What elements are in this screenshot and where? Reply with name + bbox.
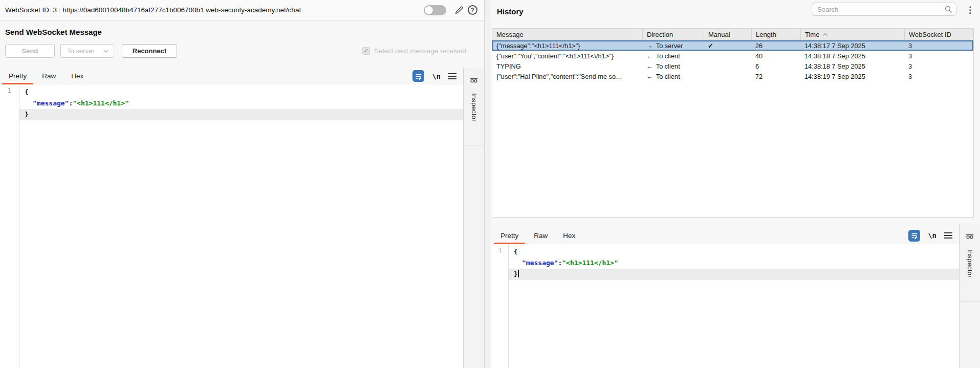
word-wrap-icon[interactable] <box>412 70 424 82</box>
cell-message: {"user":"Hal Pline","content":"Send me s… <box>492 73 642 80</box>
sort-ascending-icon <box>822 33 828 36</box>
direction-select-value: To server <box>67 47 94 55</box>
token-brace: } <box>25 111 29 118</box>
code-line[interactable]: "message":"<h1>111</h1>" <box>19 98 463 109</box>
code-area[interactable]: { "message":"<h1>111</h1>" } <box>19 84 463 368</box>
code-line-active[interactable]: } <box>509 269 959 280</box>
tab-hex[interactable]: Hex <box>555 227 583 244</box>
message-detail-editor: Pretty Raw Hex \n 1 { <box>492 224 959 368</box>
cell-length: 6 <box>751 62 800 70</box>
word-wrap-icon[interactable] <box>908 230 920 242</box>
code-line[interactable]: "message":"<h1>111</h1>" <box>509 257 959 269</box>
column-header-message[interactable]: Message <box>492 29 642 40</box>
cell-time: 14:38:18 7 Sep 2025 <box>800 52 904 60</box>
history-header: History ⋮ <box>490 0 980 23</box>
cell-websocket-id: 3 <box>904 62 973 70</box>
editor-tab-bar: Pretty Raw Hex \n <box>492 224 959 244</box>
token-key: "message" <box>522 259 558 267</box>
websocket-url-label: WebSocket ID: 3 : https://0ad60010048b47… <box>5 6 424 14</box>
code-line-active[interactable]: } <box>19 109 463 120</box>
inspector-tab[interactable]: Inspector <box>960 224 980 301</box>
column-header-manual[interactable]: Manual <box>704 29 751 40</box>
direction-select[interactable]: To server <box>60 44 114 58</box>
column-header-time[interactable]: Time <box>800 29 904 40</box>
select-next-message-label: Select next message received <box>374 47 466 55</box>
inspector-sidebar: Inspector <box>463 68 484 368</box>
tab-hex[interactable]: Hex <box>63 68 91 84</box>
direction-label: To server <box>656 42 683 50</box>
search-input[interactable] <box>812 3 956 16</box>
direction-label: To client <box>656 62 680 70</box>
column-header-websocket-id[interactable]: WebSocket ID <box>904 29 973 40</box>
inspector-label: Inspector <box>966 249 974 278</box>
tab-raw[interactable]: Raw <box>526 227 555 244</box>
checkbox-checked-disabled[interactable]: ✓ <box>362 47 370 55</box>
arrow-left-icon: ← <box>646 62 653 70</box>
arrow-right-icon: → <box>646 42 653 50</box>
message-detail-editor-area: Pretty Raw Hex \n 1 { <box>492 224 980 368</box>
tab-pretty[interactable]: Pretty <box>493 227 526 244</box>
cell-length: 40 <box>751 52 800 60</box>
cell-time: 14:38:19 7 Sep 2025 <box>800 73 904 80</box>
editor-icon-group: \n <box>412 68 463 84</box>
search-box <box>812 3 956 16</box>
send-section: Send WebSocket Message Send To server Re… <box>0 20 484 68</box>
token-key: "message" <box>33 99 69 107</box>
tab-raw[interactable]: Raw <box>34 68 63 84</box>
newline-toggle-icon[interactable]: \n <box>928 231 937 240</box>
tab-pretty[interactable]: Pretty <box>1 68 34 84</box>
chevron-down-icon <box>103 49 109 53</box>
line-number: 1 <box>492 246 508 254</box>
line-number-gutter: 1 <box>492 244 509 368</box>
send-controls-row: Send To server Reconnect ✓ Select next m… <box>5 44 479 58</box>
token-brace: } <box>514 270 518 278</box>
select-next-message-checkbox-group[interactable]: ✓ Select next message received <box>362 47 466 55</box>
table-row[interactable]: TYPING ←To client 6 14:38:18 7 Sep 2025 … <box>492 61 973 71</box>
intercept-toggle[interactable] <box>424 5 446 15</box>
edit-pencil-icon[interactable] <box>452 4 466 17</box>
search-icon[interactable] <box>944 5 952 15</box>
line-number-gutter: 1 <box>0 84 19 368</box>
newline-toggle-icon[interactable]: \n <box>432 72 441 80</box>
history-table: Message Direction Manual Length Time Web… <box>492 28 974 218</box>
reconnect-button[interactable]: Reconnect <box>122 44 177 58</box>
code-line[interactable]: { <box>509 246 959 257</box>
table-row[interactable]: {"message":"<h1>111</h1>"} →To server ✓ … <box>492 40 973 51</box>
code-line[interactable]: { <box>19 86 463 98</box>
cell-websocket-id: 3 <box>904 73 973 80</box>
toggle-knob <box>425 6 433 14</box>
editor-body: 1 { "message":"<h1>111</h1>" } <box>492 244 959 368</box>
column-header-length[interactable]: Length <box>751 29 800 40</box>
text-cursor <box>518 270 519 277</box>
kebab-menu-icon[interactable]: ⋮ <box>966 6 974 14</box>
token-string: "<h1>111</h1>" <box>73 99 129 107</box>
token-brace: { <box>25 88 29 96</box>
table-row[interactable]: {"user":"Hal Pline","content":"Send me s… <box>492 71 973 81</box>
cell-length: 72 <box>751 73 800 80</box>
token-string: "<h1>111</h1>" <box>562 259 618 267</box>
inspector-sidebar: Inspector <box>959 224 980 368</box>
send-message-editor-area: Pretty Raw Hex \n 1 { <box>0 68 484 368</box>
cell-time: 14:38:17 7 Sep 2025 <box>800 42 904 50</box>
cell-websocket-id: 3 <box>904 42 973 50</box>
line-number: 1 <box>0 86 19 94</box>
editor-body: 1 { "message":"<h1>111</h1>" } <box>0 84 463 368</box>
inspector-tab[interactable]: Inspector <box>464 68 484 145</box>
send-button[interactable]: Send <box>5 44 55 58</box>
cell-websocket-id: 3 <box>904 52 973 60</box>
send-section-title: Send WebSocket Message <box>5 28 479 36</box>
inspector-label: Inspector <box>470 93 478 122</box>
menu-icon[interactable] <box>944 232 952 239</box>
help-icon[interactable]: ? <box>466 4 479 17</box>
table-row[interactable]: {"user":"You","content":"<h1>111<\/h1>"}… <box>492 51 973 61</box>
token-brace: { <box>514 248 518 255</box>
code-area[interactable]: { "message":"<h1>111</h1>" } <box>509 244 959 368</box>
glasses-icon <box>468 74 480 85</box>
menu-icon[interactable] <box>448 73 456 79</box>
cell-message: {"user":"You","content":"<h1>111<\/h1>"} <box>492 52 642 60</box>
column-header-direction[interactable]: Direction <box>642 29 704 40</box>
arrow-left-icon: ← <box>646 73 653 80</box>
history-table-header: Message Direction Manual Length Time Web… <box>492 29 973 40</box>
editor-icon-group: \n <box>908 227 959 244</box>
column-header-time-label: Time <box>805 31 819 38</box>
